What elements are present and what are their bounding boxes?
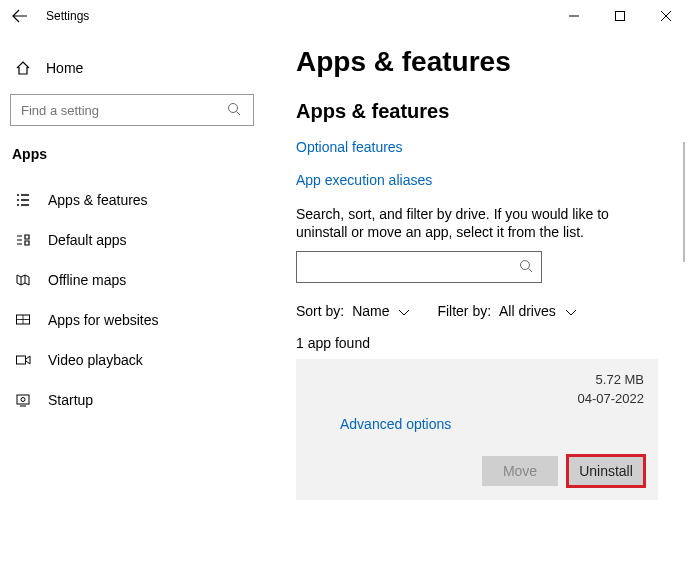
- app-size: 5.72 MB: [578, 371, 645, 389]
- svg-line-9: [529, 269, 533, 273]
- nav-item-label: Offline maps: [48, 272, 126, 288]
- app-list-item[interactable]: 5.72 MB 04-07-2022 Advanced options Move…: [296, 359, 658, 499]
- sort-by-dropdown[interactable]: Sort by: Name: [296, 303, 409, 319]
- link-advanced-options[interactable]: Advanced options: [340, 416, 644, 432]
- nav-item-label: Default apps: [48, 232, 127, 248]
- maximize-button[interactable]: [597, 0, 643, 32]
- nav-section-label: Apps: [10, 146, 265, 162]
- svg-line-3: [237, 112, 241, 116]
- svg-rect-5: [17, 356, 26, 364]
- scrollbar[interactable]: [683, 142, 685, 262]
- nav-item-label: Startup: [48, 392, 93, 408]
- search-icon: [227, 102, 241, 120]
- svg-rect-6: [17, 395, 29, 404]
- default-apps-icon: [14, 232, 32, 248]
- window-title: Settings: [46, 9, 89, 23]
- list-icon: [14, 192, 32, 208]
- uninstall-button[interactable]: Uninstall: [568, 456, 644, 486]
- nav-apps-websites[interactable]: Apps for websites: [10, 300, 265, 340]
- filter-value: All drives: [499, 303, 556, 319]
- minimize-button[interactable]: [551, 0, 597, 32]
- nav-home-label: Home: [46, 60, 83, 76]
- chevron-down-icon: [399, 303, 409, 319]
- link-app-execution-aliases[interactable]: App execution aliases: [296, 172, 432, 188]
- apps-found-count: 1 app found: [296, 335, 689, 351]
- search-icon: [519, 259, 533, 277]
- close-button[interactable]: [643, 0, 689, 32]
- startup-icon: [14, 392, 32, 408]
- nav-home[interactable]: Home: [10, 50, 265, 86]
- page-title: Apps & features: [296, 46, 689, 78]
- back-arrow-icon: [12, 8, 28, 24]
- app-install-date: 04-07-2022: [578, 390, 645, 408]
- maximize-icon: [615, 11, 625, 21]
- filter-label: Filter by:: [437, 303, 491, 319]
- svg-point-2: [229, 104, 238, 113]
- close-icon: [661, 11, 671, 21]
- filter-by-dropdown[interactable]: Filter by: All drives: [437, 303, 575, 319]
- map-icon: [14, 272, 32, 288]
- sort-label: Sort by:: [296, 303, 344, 319]
- home-icon: [14, 60, 32, 76]
- nav-item-label: Apps for websites: [48, 312, 159, 328]
- nav-default-apps[interactable]: Default apps: [10, 220, 265, 260]
- settings-search-input[interactable]: [10, 94, 254, 126]
- minimize-icon: [569, 11, 579, 21]
- svg-rect-1: [616, 12, 625, 21]
- section-description: Search, sort, and filter by drive. If yo…: [296, 205, 662, 241]
- app-search-input[interactable]: [296, 251, 542, 283]
- nav-startup[interactable]: Startup: [10, 380, 265, 420]
- nav-offline-maps[interactable]: Offline maps: [10, 260, 265, 300]
- link-optional-features[interactable]: Optional features: [296, 139, 403, 155]
- section-title: Apps & features: [296, 100, 689, 123]
- nav-apps-features[interactable]: Apps & features: [10, 180, 265, 220]
- back-button[interactable]: [0, 0, 40, 32]
- apps-websites-icon: [14, 312, 32, 328]
- svg-point-7: [21, 398, 25, 402]
- sort-value: Name: [352, 303, 389, 319]
- video-icon: [14, 352, 32, 368]
- nav-item-label: Apps & features: [48, 192, 148, 208]
- nav-video-playback[interactable]: Video playback: [10, 340, 265, 380]
- svg-point-8: [521, 261, 530, 270]
- nav-item-label: Video playback: [48, 352, 143, 368]
- move-button: Move: [482, 456, 558, 486]
- chevron-down-icon: [566, 303, 576, 319]
